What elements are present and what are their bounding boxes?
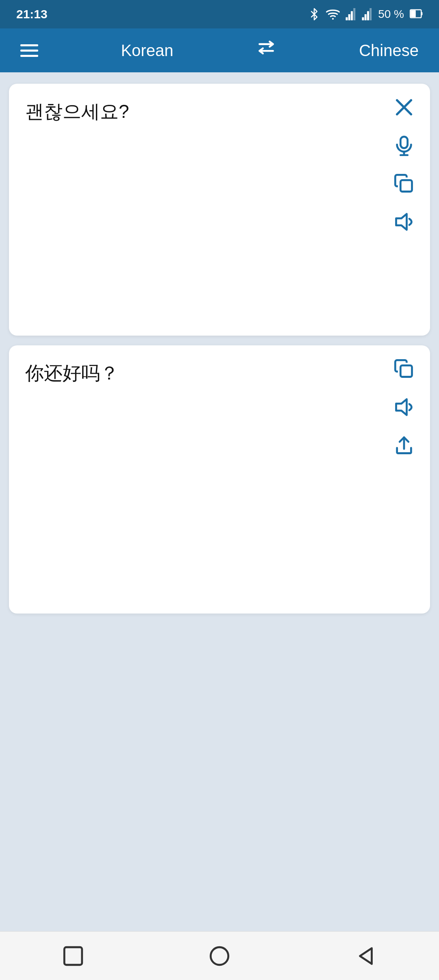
svg-rect-1 [346,17,348,21]
signal-icon-1 [346,8,356,20]
svg-point-22 [211,947,228,965]
status-icons: 50 % [308,8,423,21]
swap-languages-button[interactable] [256,39,276,61]
svg-rect-7 [367,11,369,21]
svg-rect-21 [64,947,82,965]
svg-rect-19 [400,365,412,377]
svg-rect-5 [362,17,364,21]
svg-rect-4 [353,8,355,20]
recent-apps-button[interactable] [59,942,87,970]
app-bar: Korean Chinese [0,28,439,72]
nav-bar [0,931,439,980]
output-box: 你还好吗？ [9,345,430,614]
output-share-button[interactable] [393,434,415,457]
bluetooth-icon [308,8,320,21]
output-text: 你还好吗？ [25,362,119,384]
output-copy-button[interactable] [393,358,415,380]
copy-button[interactable] [393,172,415,195]
svg-rect-14 [400,137,407,148]
input-box: 괜찮으세요? [9,84,430,336]
svg-rect-10 [421,12,422,15]
microphone-button[interactable] [393,134,415,157]
svg-rect-6 [365,14,367,20]
main-content: 괜찮으세요? [0,72,439,931]
svg-rect-8 [369,8,372,20]
status-bar: 21:13 50 % [0,0,439,28]
battery-text: 50 % [378,8,404,21]
target-language[interactable]: Chinese [359,41,419,60]
back-button[interactable] [352,942,380,970]
svg-marker-20 [396,399,407,415]
svg-rect-17 [400,180,412,191]
output-speak-button[interactable] [393,396,415,418]
menu-button[interactable] [20,44,38,57]
svg-marker-23 [360,948,372,964]
signal-icon-2 [362,8,372,20]
status-time: 21:13 [16,7,48,21]
wifi-icon [326,9,340,20]
clear-button[interactable] [393,96,415,119]
output-actions [393,358,415,457]
svg-point-0 [332,18,334,20]
home-button[interactable] [205,942,234,970]
input-text[interactable]: 괜찮으세요? [25,101,129,122]
svg-rect-2 [348,14,350,20]
svg-marker-18 [396,214,407,230]
input-actions [393,96,415,233]
source-language[interactable]: Korean [121,41,173,60]
speak-button[interactable] [393,210,415,233]
svg-rect-3 [351,11,353,21]
battery-icon [410,8,423,20]
